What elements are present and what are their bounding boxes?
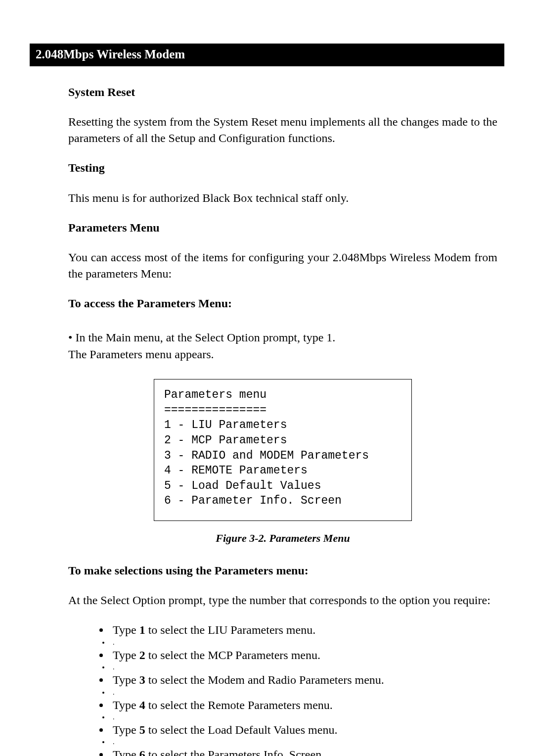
list-item-pre: Type bbox=[113, 699, 139, 711]
list-item: Type 3 to select the Modem and Radio Par… bbox=[110, 672, 497, 688]
body-system-reset: Resetting the system from the System Res… bbox=[68, 114, 497, 146]
list-spacer: . bbox=[110, 739, 497, 746]
content-area: System Reset Resetting the system from t… bbox=[68, 84, 497, 756]
list-item-number: 6 bbox=[139, 748, 145, 756]
list-item: Type 2 to select the MCP Parameters menu… bbox=[110, 647, 497, 663]
selections-intro: At the Select Option prompt, type the nu… bbox=[68, 592, 497, 608]
heading-testing: Testing bbox=[68, 160, 497, 176]
list-item: Type 5 to select the Load Default Values… bbox=[110, 722, 497, 738]
header-title: 2.048Mbps Wireless Modem bbox=[36, 47, 185, 61]
heading-access: To access the Parameters Menu: bbox=[68, 295, 497, 311]
header-bar: 2.048Mbps Wireless Modem bbox=[30, 44, 504, 66]
list-item-post: to select the LIU Parameters menu. bbox=[145, 623, 316, 636]
list-item-pre: Type bbox=[113, 723, 139, 736]
list-item-post: to select the Load Default Values menu. bbox=[145, 723, 338, 736]
menu-box: Parameters menu =============== 1 - LIU … bbox=[154, 379, 412, 521]
document-page: 2.048Mbps Wireless Modem System Reset Re… bbox=[0, 0, 534, 756]
selection-list: Type 1 to select the LIU Parameters menu… bbox=[68, 622, 497, 756]
list-item-pre: Type bbox=[113, 649, 139, 662]
bullet-text: In the Main menu, at the Select Option p… bbox=[75, 331, 335, 344]
list-item-number: 4 bbox=[139, 699, 145, 711]
heading-parameters-menu: Parameters Menu bbox=[68, 220, 497, 236]
list-item-post: to select the MCP Parameters menu. bbox=[145, 649, 320, 662]
heading-selections: To make selections using the Parameters … bbox=[68, 563, 497, 578]
access-bullet: • In the Main menu, at the Select Option… bbox=[68, 330, 497, 345]
list-item-number: 1 bbox=[139, 623, 145, 636]
list-spacer: . bbox=[110, 714, 497, 721]
list-item-number: 5 bbox=[139, 723, 145, 736]
list-item-number: 3 bbox=[139, 673, 145, 686]
access-follow: The Parameters menu appears. bbox=[68, 346, 497, 362]
list-item-pre: Type bbox=[113, 623, 139, 636]
list-item: Type 6 to select the Parameters Info. Sc… bbox=[110, 747, 497, 756]
list-item-pre: Type bbox=[113, 673, 139, 686]
body-parameters-menu: You can access most of the items for con… bbox=[68, 249, 497, 282]
bullet-marker: • bbox=[68, 331, 75, 344]
list-item: Type 1 to select the LIU Parameters menu… bbox=[110, 622, 497, 638]
list-item-pre: Type bbox=[113, 748, 139, 756]
heading-system-reset: System Reset bbox=[68, 84, 497, 100]
list-spacer: . bbox=[110, 664, 497, 671]
list-item-post: to select the Remote Parameters menu. bbox=[145, 699, 333, 711]
figure-caption: Figure 3-2. Parameters Menu bbox=[68, 531, 497, 546]
list-item-post: to select the Modem and Radio Parameters… bbox=[145, 673, 384, 686]
list-spacer: . bbox=[110, 689, 497, 696]
body-testing: This menu is for authorized Black Box te… bbox=[68, 190, 497, 206]
list-item-post: to select the Parameters Info. Screen. bbox=[145, 748, 325, 756]
list-item: Type 4 to select the Remote Parameters m… bbox=[110, 697, 497, 713]
list-item-number: 2 bbox=[139, 649, 145, 662]
list-spacer: . bbox=[110, 639, 497, 646]
